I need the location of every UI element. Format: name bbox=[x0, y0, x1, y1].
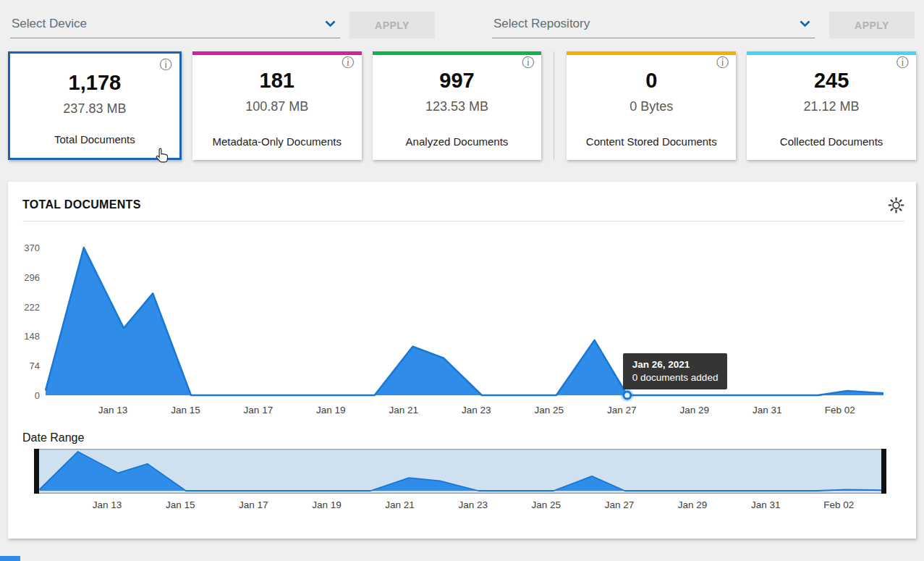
panel-header: TOTAL DOCUMENTS bbox=[22, 196, 904, 214]
card-size: 21.12 MB bbox=[753, 99, 910, 114]
card-accent-bar bbox=[373, 51, 542, 55]
area-chart[interactable]: 074148222296370Jan 13Jan 15Jan 17Jan 19J… bbox=[22, 226, 904, 420]
svg-text:Jan 31: Jan 31 bbox=[753, 405, 782, 416]
total-documents-panel: TOTAL DOCUMENTS bbox=[8, 182, 916, 539]
svg-text:Jan 29: Jan 29 bbox=[678, 499, 708, 510]
device-apply-button[interactable]: APPLY bbox=[349, 12, 435, 38]
svg-text:Jan 23: Jan 23 bbox=[462, 405, 491, 416]
repository-select[interactable]: Select Repository bbox=[492, 17, 815, 38]
svg-text:Jan 31: Jan 31 bbox=[751, 499, 781, 510]
card-size: 237.83 MB bbox=[16, 101, 174, 117]
svg-text:222: 222 bbox=[24, 302, 40, 313]
panel-title: TOTAL DOCUMENTS bbox=[22, 198, 141, 211]
card-accent-bar bbox=[747, 51, 916, 55]
svg-text:0: 0 bbox=[35, 390, 40, 401]
info-icon[interactable]: ⓘ bbox=[160, 59, 172, 71]
chart-section: 074148222296370Jan 13Jan 15Jan 17Jan 19J… bbox=[22, 221, 904, 513]
dashboard-page: Select Device APPLY Select Repository AP… bbox=[0, 0, 924, 561]
svg-text:Jan 27: Jan 27 bbox=[605, 499, 635, 510]
brush-right-handle[interactable] bbox=[881, 449, 886, 494]
svg-text:Jan 23: Jan 23 bbox=[458, 499, 488, 510]
page-corner-accent bbox=[0, 556, 20, 561]
card-label: Collected Documents bbox=[747, 135, 916, 148]
device-select-placeholder: Select Device bbox=[12, 17, 87, 31]
card-content-stored-documents[interactable]: ⓘ 0 0 Bytes Content Stored Documents bbox=[567, 51, 736, 160]
area-chart-svg[interactable]: 074148222296370Jan 13Jan 15Jan 17Jan 19J… bbox=[22, 226, 902, 420]
svg-text:296: 296 bbox=[24, 272, 40, 283]
card-count: 181 bbox=[198, 69, 356, 93]
repository-select-placeholder: Select Repository bbox=[493, 17, 590, 31]
card-label: Content Stored Documents bbox=[567, 135, 736, 148]
card-accent-bar bbox=[192, 51, 362, 55]
svg-text:Jan 15: Jan 15 bbox=[171, 405, 200, 416]
svg-text:Jan 25: Jan 25 bbox=[532, 499, 561, 510]
svg-text:74: 74 bbox=[30, 360, 40, 371]
card-count: 997 bbox=[378, 69, 536, 93]
settings-gear-icon[interactable] bbox=[888, 197, 904, 214]
card-label: Analyzed Documents bbox=[373, 135, 542, 148]
card-count: 0 bbox=[572, 69, 730, 93]
card-count: 245 bbox=[753, 69, 910, 93]
info-icon[interactable]: ⓘ bbox=[342, 56, 355, 69]
card-label: Total Documents bbox=[10, 133, 179, 145]
svg-text:Jan 21: Jan 21 bbox=[385, 499, 415, 510]
svg-text:Jan 27: Jan 27 bbox=[607, 405, 637, 416]
brush-left-handle[interactable] bbox=[34, 449, 39, 494]
chevron-down-icon bbox=[325, 17, 336, 31]
date-range-label: Date Range bbox=[22, 431, 904, 444]
card-metadata-only-documents[interactable]: ⓘ 181 100.87 MB Metadata-Only Documents bbox=[192, 51, 362, 160]
svg-text:370: 370 bbox=[24, 242, 40, 253]
card-size: 100.87 MB bbox=[198, 99, 356, 114]
filter-bar: Select Device APPLY Select Repository AP… bbox=[0, 0, 924, 38]
chevron-down-icon bbox=[800, 17, 810, 31]
svg-text:Jan 29: Jan 29 bbox=[679, 405, 709, 416]
svg-text:Jan 13: Jan 13 bbox=[93, 499, 122, 510]
svg-text:Jan 15: Jan 15 bbox=[166, 499, 195, 510]
svg-text:Feb 02: Feb 02 bbox=[823, 499, 854, 510]
card-analyzed-documents[interactable]: ⓘ 997 123.53 MB Analyzed Documents bbox=[373, 51, 542, 160]
svg-text:Jan 13: Jan 13 bbox=[98, 405, 128, 416]
info-icon[interactable]: ⓘ bbox=[716, 56, 729, 69]
date-range-brush[interactable]: Jan 13Jan 15Jan 17Jan 19Jan 21Jan 23Jan … bbox=[34, 449, 904, 513]
stat-cards-row: ⓘ 1,178 237.83 MB Total Documents ⓘ 181 … bbox=[8, 51, 916, 160]
svg-text:Jan 19: Jan 19 bbox=[316, 405, 346, 416]
card-size: 0 Bytes bbox=[572, 99, 730, 114]
info-icon[interactable]: ⓘ bbox=[897, 56, 909, 69]
svg-text:Feb 02: Feb 02 bbox=[825, 405, 855, 416]
card-label: Metadata-Only Documents bbox=[192, 135, 362, 148]
svg-text:Jan 17: Jan 17 bbox=[244, 405, 274, 416]
cards-divider bbox=[554, 51, 554, 160]
repository-apply-button[interactable]: APPLY bbox=[829, 12, 915, 38]
svg-text:Jan 17: Jan 17 bbox=[239, 499, 268, 510]
card-accent-bar bbox=[567, 51, 736, 55]
svg-text:Jan 25: Jan 25 bbox=[535, 405, 564, 416]
date-range-brush-svg[interactable]: Jan 13Jan 15Jan 17Jan 19Jan 21Jan 23Jan … bbox=[34, 449, 886, 513]
svg-text:Jan 21: Jan 21 bbox=[389, 405, 419, 416]
card-total-documents[interactable]: ⓘ 1,178 237.83 MB Total Documents bbox=[8, 51, 182, 160]
card-size: 123.53 MB bbox=[378, 99, 536, 114]
svg-text:Jan 19: Jan 19 bbox=[312, 499, 342, 510]
svg-text:148: 148 bbox=[24, 331, 40, 342]
card-count: 1,178 bbox=[16, 71, 174, 95]
device-select[interactable]: Select Device bbox=[10, 17, 340, 38]
info-icon[interactable]: ⓘ bbox=[522, 56, 534, 69]
card-collected-documents[interactable]: ⓘ 245 21.12 MB Collected Documents bbox=[747, 51, 916, 160]
